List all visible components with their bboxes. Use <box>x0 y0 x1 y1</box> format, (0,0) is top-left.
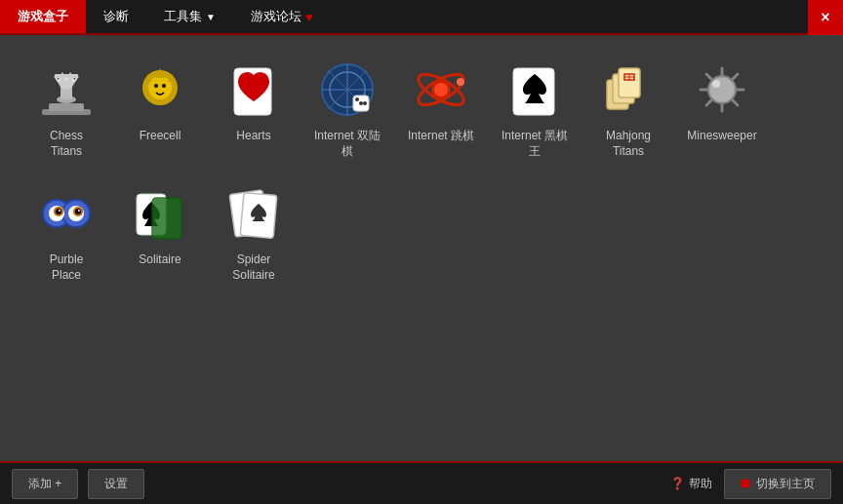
chess-titans-icon <box>33 57 100 123</box>
svg-point-16 <box>359 101 363 105</box>
dot-icon <box>741 479 750 488</box>
game-item-chess-titans[interactable]: ChessTitans <box>20 51 113 165</box>
solitaire-icon <box>127 180 193 247</box>
game-item-internet-shuanglu[interactable]: Internet 双陆棋 <box>301 51 394 165</box>
svg-point-20 <box>434 83 448 97</box>
switch-home-button[interactable]: 切换到主页 <box>724 469 831 499</box>
close-button[interactable]: × <box>808 0 843 35</box>
mahjong-icon <box>595 57 662 123</box>
game-item-freecell[interactable]: Freecell <box>113 51 207 165</box>
game-item-mahjong[interactable]: MahjongTitans <box>582 51 675 165</box>
menu-tools[interactable]: 工具集 ▼ <box>146 0 233 33</box>
svg-line-33 <box>732 74 738 80</box>
svg-point-8 <box>154 84 158 88</box>
svg-line-34 <box>706 99 712 105</box>
spider-solitaire-label: SpiderSolitaire <box>232 252 274 283</box>
help-label: 帮助 <box>689 476 712 492</box>
svg-rect-5 <box>55 74 78 78</box>
svg-point-9 <box>162 84 166 88</box>
internet-heiqiw-label: Internet 黑棋王 <box>502 129 568 159</box>
svg-point-45 <box>78 210 80 212</box>
dropdown-arrow-icon: ▼ <box>206 12 216 22</box>
bottom-bar: 添加 + 设置 ❓ 帮助 切换到主页 <box>0 461 843 504</box>
svg-point-7 <box>148 76 172 99</box>
question-icon: ❓ <box>670 477 685 490</box>
game-item-spider-solitaire[interactable]: SpiderSolitaire <box>207 174 301 289</box>
chess-titans-label: ChessTitans <box>50 129 83 159</box>
svg-point-35 <box>712 80 720 88</box>
menu-games-box[interactable]: 游戏盒子 <box>0 0 86 33</box>
spider-solitaire-icon <box>221 180 287 247</box>
svg-rect-25 <box>619 68 640 97</box>
bottom-right: ❓ 帮助 切换到主页 <box>670 469 831 499</box>
hearts-icon <box>221 57 287 123</box>
minesweeper-label: Minesweeper <box>687 129 756 144</box>
game-item-solitaire[interactable]: Solitaire <box>113 174 207 289</box>
minesweeper-icon <box>689 57 755 123</box>
internet-heiqiw-icon <box>502 57 568 123</box>
svg-line-31 <box>706 74 712 80</box>
game-grid: ChessTitans Freecell <box>20 51 823 289</box>
settings-button[interactable]: 设置 <box>88 469 144 499</box>
add-button[interactable]: 添加 + <box>12 469 78 499</box>
svg-rect-1 <box>49 103 84 111</box>
main-content: ChessTitans Freecell <box>0 35 843 461</box>
internet-tiaoji-icon <box>408 57 474 123</box>
game-item-internet-tiaoji[interactable]: Internet 跳棋 <box>394 51 488 165</box>
svg-point-21 <box>457 78 464 86</box>
svg-rect-48 <box>152 198 181 239</box>
menu-bar: 游戏盒子 诊断 工具集 ▼ 游戏论坛 ♥ × <box>0 0 843 35</box>
svg-point-43 <box>75 209 81 214</box>
heart-icon: ♥ <box>305 10 313 24</box>
internet-shuanglu-icon <box>314 57 381 123</box>
freecell-icon <box>127 57 193 123</box>
game-item-purble-place[interactable]: PurblePlace <box>20 174 113 289</box>
solitaire-label: Solitaire <box>139 252 181 268</box>
mahjong-label: MahjongTitans <box>606 129 651 159</box>
help-button[interactable]: ❓ 帮助 <box>670 476 712 492</box>
menu-forum[interactable]: 游戏论坛 ♥ <box>233 0 331 33</box>
game-item-hearts[interactable]: Hearts <box>207 51 301 165</box>
svg-point-15 <box>363 101 367 105</box>
internet-shuanglu-label: Internet 双陆棋 <box>314 129 381 159</box>
svg-point-44 <box>59 210 60 212</box>
svg-line-32 <box>732 99 738 105</box>
hearts-label: Hearts <box>236 129 270 144</box>
purble-place-icon <box>33 180 100 247</box>
game-item-minesweeper[interactable]: Minesweeper <box>675 51 769 165</box>
freecell-label: Freecell <box>140 129 181 144</box>
switch-home-label: 切换到主页 <box>756 476 815 492</box>
purble-place-label: PurblePlace <box>50 252 84 283</box>
game-item-internet-heiqiw[interactable]: Internet 黑棋王 <box>488 51 582 165</box>
internet-tiaoji-label: Internet 跳棋 <box>408 129 474 144</box>
svg-point-42 <box>56 209 61 214</box>
menu-diagnose[interactable]: 诊断 <box>86 0 146 33</box>
svg-point-14 <box>355 97 359 101</box>
